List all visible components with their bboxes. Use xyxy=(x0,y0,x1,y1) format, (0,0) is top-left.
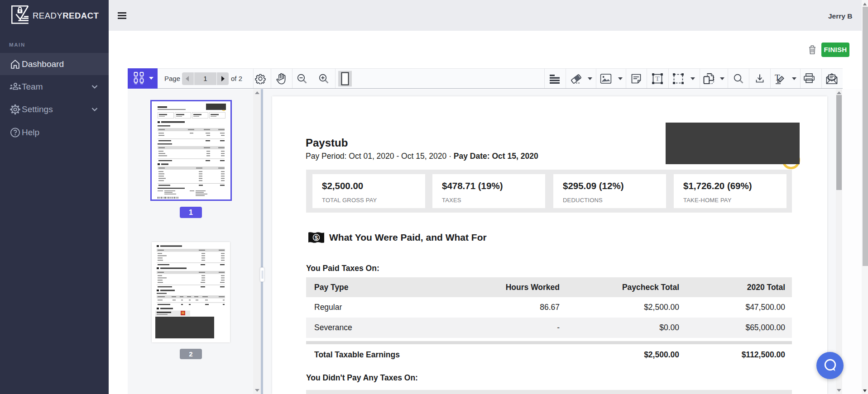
svg-text:T: T xyxy=(655,76,660,82)
svg-text:$: $ xyxy=(315,234,318,241)
